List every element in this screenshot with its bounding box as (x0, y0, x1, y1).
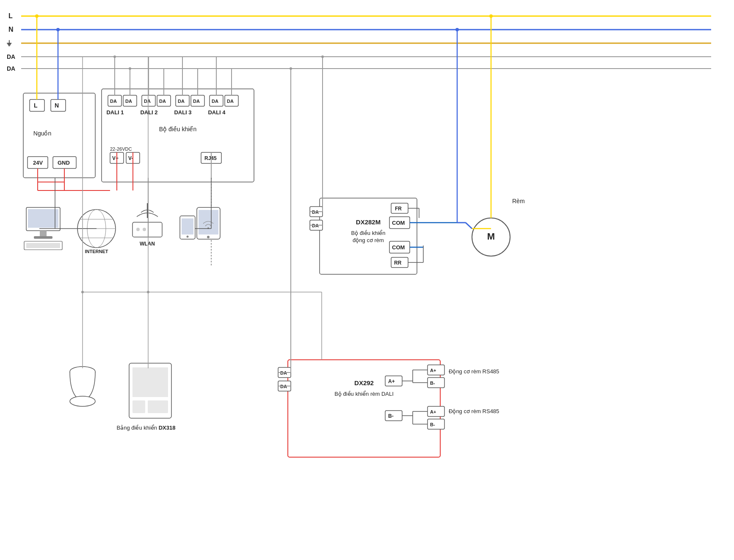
svg-text:Bộ điều khiển: Bộ điều khiển (351, 230, 385, 236)
svg-point-180 (147, 291, 149, 293)
svg-text:DA: DA (125, 99, 132, 104)
svg-text:DA: DA (110, 99, 117, 104)
label-bo-dieu-khien: Bộ điều khiển (159, 126, 196, 132)
svg-text:B-: B- (430, 381, 435, 386)
svg-text:B-: B- (388, 413, 394, 419)
svg-text:DA: DA (227, 99, 234, 104)
label-GND-symbol: ⏚ (7, 39, 12, 47)
svg-text:DA: DA (144, 99, 151, 104)
svg-text:RJ45: RJ45 (204, 155, 217, 161)
label-DA1: DA (7, 53, 15, 60)
svg-rect-85 (199, 210, 218, 234)
svg-point-56 (113, 55, 116, 58)
svg-text:DALI 4: DALI 4 (208, 109, 226, 116)
svg-rect-72 (26, 243, 60, 248)
svg-point-81 (136, 228, 140, 231)
label-L: L (8, 12, 13, 19)
svg-text:N: N (55, 102, 59, 109)
svg-rect-136 (288, 360, 440, 457)
svg-text:DA: DA (193, 99, 200, 104)
svg-point-168 (70, 396, 95, 406)
svg-text:24V: 24V (33, 160, 43, 166)
svg-text:A+: A+ (388, 378, 395, 384)
svg-text:động cơ rèm: động cơ rèm (353, 237, 384, 243)
svg-text:M: M (487, 231, 495, 242)
svg-text:COM: COM (392, 220, 405, 226)
svg-text:V-: V- (128, 155, 133, 161)
svg-text:INTERNET: INTERNET (85, 249, 108, 254)
smart-speaker-icon (70, 367, 95, 406)
svg-text:RR: RR (394, 260, 402, 266)
wiring-diagram: L N ⏚ DA DA L N Nguồn 24V GND DA DA DALI… (0, 0, 734, 560)
svg-line-128 (466, 223, 472, 229)
svg-text:A+: A+ (430, 368, 436, 373)
svg-rect-171 (132, 400, 145, 413)
svg-text:COM: COM (392, 244, 405, 251)
svg-rect-88 (182, 218, 193, 234)
svg-rect-145 (385, 411, 402, 421)
dx318-panel-icon (129, 363, 171, 418)
svg-text:L: L (34, 102, 38, 109)
svg-text:DX292: DX292 (354, 379, 374, 386)
label-DA2: DA (7, 65, 15, 72)
svg-rect-70 (34, 236, 52, 239)
svg-point-15 (35, 14, 39, 18)
internet-icon: INTERNET (77, 210, 116, 254)
svg-text:Bộ điều khiển rèm DALI: Bộ điều khiển rèm DALI (334, 391, 394, 397)
svg-text:WLAN: WLAN (140, 241, 155, 247)
svg-text:B-: B- (430, 422, 435, 427)
svg-text:DA: DA (212, 99, 218, 104)
tablet-icon (180, 207, 220, 239)
svg-point-164 (290, 67, 292, 70)
label-rem: Rèm (512, 198, 525, 204)
label-dong-co-rs485-1: Động cơ rèm RS485 (449, 368, 499, 375)
svg-text:22-26VDC: 22-26VDC (110, 146, 132, 152)
label-nguon: Nguồn (33, 130, 51, 137)
svg-rect-69 (40, 231, 47, 237)
svg-rect-170 (132, 367, 168, 397)
svg-text:A+: A+ (430, 409, 436, 414)
label-bang-dieu-khien: Bảng điều khiển DX318 (117, 425, 176, 431)
svg-rect-172 (148, 400, 168, 413)
svg-text:FR: FR (395, 206, 402, 212)
svg-text:DX282M: DX282M (356, 218, 381, 226)
svg-text:DA: DA (159, 99, 166, 104)
svg-point-179 (81, 291, 84, 293)
svg-point-17 (56, 28, 60, 31)
svg-text:GND: GND (58, 160, 70, 166)
svg-point-132 (321, 55, 324, 58)
svg-rect-68 (28, 209, 58, 228)
svg-text:DALI 3: DALI 3 (174, 109, 191, 116)
label-dong-co-rs485-2: Động cơ rèm RS485 (449, 408, 499, 414)
svg-point-58 (129, 67, 131, 70)
svg-point-89 (187, 236, 189, 238)
svg-point-86 (207, 236, 210, 238)
svg-point-123 (455, 28, 459, 31)
svg-text:DALI 2: DALI 2 (140, 109, 157, 116)
wlan-router-icon: WLAN (132, 203, 162, 247)
svg-point-125 (489, 14, 493, 18)
label-N: N (8, 26, 14, 33)
svg-point-82 (143, 228, 146, 231)
svg-text:DA: DA (178, 99, 185, 104)
svg-text:V+: V+ (112, 155, 119, 161)
svg-text:DALI 1: DALI 1 (106, 109, 124, 116)
